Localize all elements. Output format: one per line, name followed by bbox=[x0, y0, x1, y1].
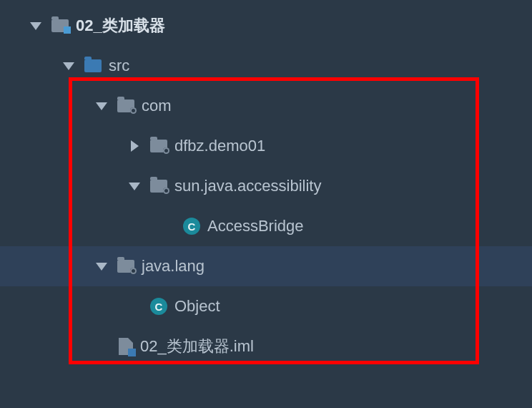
package-icon bbox=[150, 140, 167, 152]
package-icon bbox=[117, 260, 134, 273]
tree-item-src[interactable]: src bbox=[0, 46, 532, 86]
tree-item-com[interactable]: com bbox=[0, 86, 532, 126]
tree-item-javalang[interactable]: java.lang bbox=[0, 246, 532, 286]
chevron-right-icon[interactable] bbox=[131, 140, 139, 152]
dfbz-label: dfbz.demo01 bbox=[174, 137, 265, 155]
chevron-down-icon[interactable] bbox=[96, 102, 107, 110]
chevron-down-icon[interactable] bbox=[96, 263, 107, 271]
tree-item-module[interactable]: 02_类加载器 bbox=[0, 6, 532, 46]
sun-label: sun.java.accessibility bbox=[174, 177, 321, 195]
iml-file-icon bbox=[119, 338, 133, 355]
src-label: src bbox=[109, 57, 129, 75]
source-folder-icon bbox=[84, 59, 102, 72]
chevron-down-icon[interactable] bbox=[129, 183, 140, 190]
tree-item-accessbridge[interactable]: C AccessBridge bbox=[0, 206, 532, 246]
iml-label: 02_类加载器.iml bbox=[140, 336, 254, 357]
module-label: 02_类加载器 bbox=[76, 15, 165, 37]
package-icon bbox=[117, 99, 134, 112]
tree-item-dfbz[interactable]: dfbz.demo01 bbox=[0, 126, 532, 166]
accessbridge-label: AccessBridge bbox=[207, 217, 304, 235]
class-icon: C bbox=[183, 218, 200, 235]
tree-item-iml[interactable]: 02_类加载器.iml bbox=[0, 326, 532, 366]
object-label: Object bbox=[174, 297, 220, 316]
javalang-label: java.lang bbox=[142, 257, 205, 276]
class-icon: C bbox=[150, 298, 167, 315]
module-folder-icon bbox=[51, 19, 69, 32]
package-icon bbox=[150, 180, 167, 193]
tree-item-sun[interactable]: sun.java.accessibility bbox=[0, 166, 532, 206]
chevron-down-icon[interactable] bbox=[63, 62, 74, 70]
tree-item-object[interactable]: C Object bbox=[0, 286, 532, 326]
com-label: com bbox=[142, 97, 172, 115]
chevron-down-icon[interactable] bbox=[30, 22, 41, 30]
